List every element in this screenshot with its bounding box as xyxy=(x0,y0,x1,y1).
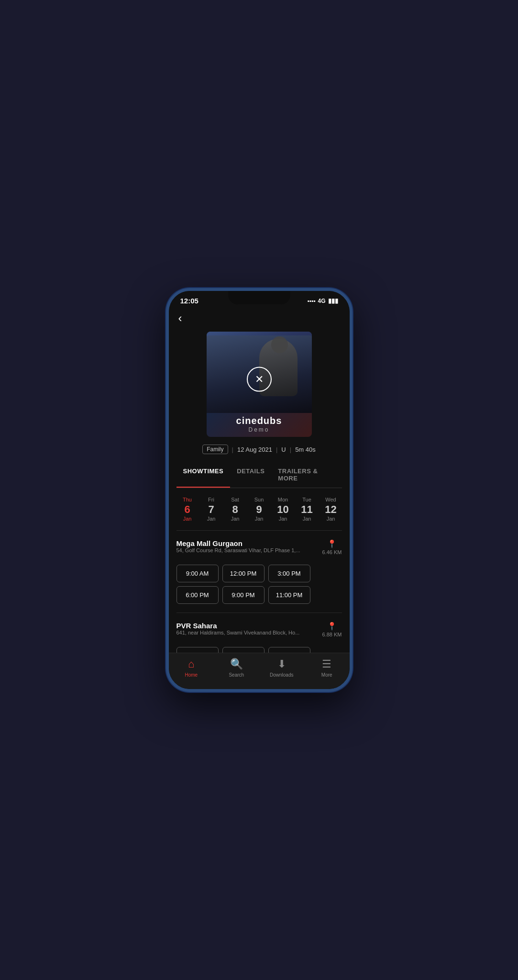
date-item-fri[interactable]: Fri 7 Jan xyxy=(200,495,222,523)
showtime-btn-900pm-v1[interactable]: 9:00 PM xyxy=(222,586,265,604)
person-head xyxy=(271,336,288,353)
close-button[interactable]: ✕ xyxy=(247,367,272,392)
release-date: 12 Aug 2021 xyxy=(237,446,272,453)
rating-badge: U xyxy=(281,446,286,453)
search-icon: 🔍 xyxy=(230,658,243,670)
brand-suffix: dubs xyxy=(257,415,282,426)
venue-header-2: PVR Sahara 641, near Haldirams, Swami Vi… xyxy=(176,622,342,641)
genre-tag[interactable]: Family xyxy=(202,445,228,454)
date-item-sat[interactable]: Sat 8 Jan xyxy=(224,495,246,523)
downloads-icon: ⬇ xyxy=(277,658,286,670)
duration: 5m 40s xyxy=(295,446,316,453)
poster-brand: cinedubs Demo xyxy=(236,415,282,437)
movie-meta: Family | 12 Aug 2021 | U | 5m 40s xyxy=(169,445,350,462)
tab-showtimes[interactable]: SHOWTIMES xyxy=(176,462,231,488)
venue-name-2: PVR Sahara 641, near Haldirams, Swami Vi… xyxy=(176,622,300,641)
tab-trailers[interactable]: TRAILERS & MORE xyxy=(271,462,342,488)
showtime-btn-900am-v1[interactable]: 9:00 AM xyxy=(176,565,219,582)
venue-distance-2: 📍 6.88 KM xyxy=(322,622,342,637)
showtime-btn-1200pm-v1[interactable]: 12:00 PM xyxy=(222,565,265,582)
divider-2 xyxy=(176,612,342,613)
more-icon: ☰ xyxy=(322,658,331,670)
screen: 12:05 ▪▪▪▪ 4G ▮▮▮ ‹ ✕ xyxy=(169,291,350,689)
tab-details[interactable]: DETAILS xyxy=(230,462,271,488)
signal-icon: ▪▪▪▪ xyxy=(307,298,315,304)
tabs-container: SHOWTIMES DETAILS TRAILERS & MORE xyxy=(176,462,342,488)
showtime-btn-300pm-v1[interactable]: 3:00 PM xyxy=(268,565,310,582)
nav-more[interactable]: ☰ More xyxy=(310,658,343,678)
date-item-sun[interactable]: Sun 9 Jan xyxy=(248,495,270,523)
date-item-wed[interactable]: Wed 12 Jan xyxy=(320,495,342,523)
home-label: Home xyxy=(185,672,198,678)
venue-pvr: PVR Sahara 641, near Haldirams, Swami Vi… xyxy=(169,615,350,647)
venue-name-1: Mega Mall Gurgaon 54, Golf Course Rd, Sa… xyxy=(176,539,300,559)
nav-search[interactable]: 🔍 Search xyxy=(220,658,253,678)
date-item-mon[interactable]: Mon 10 Jan xyxy=(272,495,294,523)
status-time: 12:05 xyxy=(180,297,198,305)
header: ‹ xyxy=(169,308,350,332)
downloads-label: Downloads xyxy=(270,672,293,678)
location-icon-1: 📍 xyxy=(327,539,337,548)
nav-home[interactable]: ⌂ Home xyxy=(175,658,208,678)
bottom-nav: ⌂ Home 🔍 Search ⬇ Downloads ☰ More xyxy=(169,653,350,689)
showtime-btn-600pm-v1[interactable]: 6:00 PM xyxy=(176,586,219,604)
date-item-tue[interactable]: Tue 11 Jan xyxy=(296,495,318,523)
brand-name: cinedubs xyxy=(236,415,282,426)
back-button[interactable]: ‹ xyxy=(178,310,340,327)
divider-1 xyxy=(176,530,342,531)
status-icons: ▪▪▪▪ 4G ▮▮▮ xyxy=(307,297,338,304)
location-icon-2: 📍 xyxy=(327,622,337,631)
home-icon: ⌂ xyxy=(188,658,194,670)
venue-distance-1: 📍 6.46 KM xyxy=(322,539,342,555)
showtimes-venue-1: 9:00 AM 12:00 PM 3:00 PM 6:00 PM 9:00 PM… xyxy=(169,565,350,611)
close-icon: ✕ xyxy=(255,373,264,386)
phone-frame: 12:05 ▪▪▪▪ 4G ▮▮▮ ‹ ✕ xyxy=(166,288,353,692)
poster-container: ✕ cinedubs Demo xyxy=(169,332,350,445)
movie-poster: ✕ cinedubs Demo xyxy=(207,332,312,437)
network-label: 4G xyxy=(318,298,325,304)
venue-header-1: Mega Mall Gurgaon 54, Golf Course Rd, Sa… xyxy=(176,539,342,559)
nav-downloads[interactable]: ⬇ Downloads xyxy=(265,658,298,678)
date-item-thu[interactable]: Thu 6 Jan xyxy=(176,495,198,523)
brand-subtitle: Demo xyxy=(236,426,282,433)
showtime-btn-1100pm-v1[interactable]: 11:00 PM xyxy=(268,586,310,604)
status-bar: 12:05 ▪▪▪▪ 4G ▮▮▮ xyxy=(169,291,350,308)
battery-icon: ▮▮▮ xyxy=(328,297,338,304)
more-label: More xyxy=(321,672,332,678)
search-label: Search xyxy=(229,672,244,678)
date-selector: Thu 6 Jan Fri 7 Jan Sat 8 Jan Sun 9 Jan … xyxy=(169,488,350,528)
brand-prefix: cine xyxy=(236,415,257,426)
venue-mega-mall: Mega Mall Gurgaon 54, Golf Course Rd, Sa… xyxy=(169,533,350,565)
